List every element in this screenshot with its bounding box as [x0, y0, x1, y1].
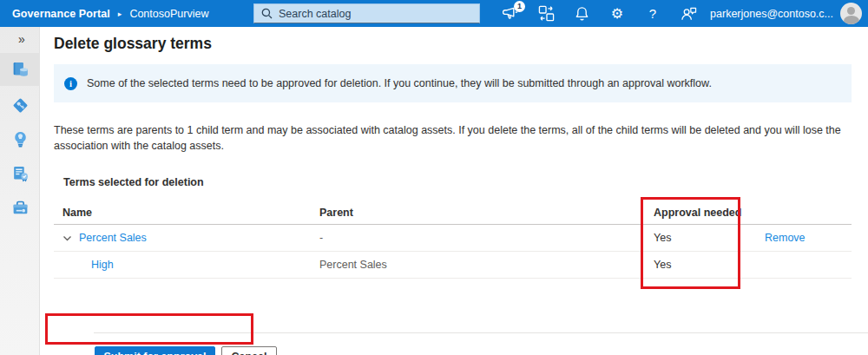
table-header-row: Name Parent Approval needed — [54, 201, 852, 225]
sidebar-item-insights[interactable] — [11, 130, 29, 148]
sidebar-item-data-policy[interactable] — [11, 165, 29, 182]
column-header-name[interactable]: Name — [54, 207, 319, 219]
sidebar-item-management[interactable] — [11, 199, 29, 216]
parent-cell: Percent Sales — [319, 259, 654, 271]
account-name[interactable]: ContosoPurview — [129, 8, 208, 20]
remove-link[interactable]: Remove — [765, 232, 806, 244]
search-input[interactable] — [279, 8, 472, 20]
chevron-down-icon[interactable] — [62, 233, 72, 243]
announcements-icon[interactable]: 1 — [502, 5, 519, 23]
term-link[interactable]: Percent Sales — [79, 232, 147, 244]
avatar[interactable] — [840, 3, 862, 24]
info-banner-text: Some of the selected terms need to be ap… — [87, 77, 712, 89]
help-icon[interactable]: ? — [644, 5, 661, 23]
info-banner: i Some of the selected terms need to be … — [54, 64, 852, 102]
avatar-person-icon — [847, 7, 855, 15]
approval-cell: Yes — [654, 259, 765, 271]
left-nav-rail: » — [0, 27, 40, 355]
breadcrumb-chevron-icon: ▸ — [118, 10, 122, 18]
portal-title[interactable]: Governance Portal — [12, 8, 110, 20]
policy-certificate-icon — [11, 165, 30, 183]
submit-for-approval-button[interactable]: Submit for approval — [95, 346, 215, 355]
section-label: Terms selected for deletion — [63, 176, 204, 188]
lightbulb-icon — [11, 130, 30, 148]
column-header-parent[interactable]: Parent — [319, 207, 654, 219]
parent-cell: - — [319, 232, 654, 244]
sidebar-item-data-catalog[interactable] — [11, 96, 29, 114]
expand-rail-icon[interactable]: » — [18, 32, 25, 46]
switcher-icon[interactable] — [537, 5, 555, 23]
search-icon — [261, 8, 273, 19]
terms-table: Name Parent Approval needed Percent Sale… — [54, 201, 852, 279]
column-header-approval[interactable]: Approval needed — [654, 207, 765, 219]
data-map-icon — [11, 61, 30, 79]
top-app-bar: Governance Portal ▸ ContosoPurview 1 — [0, 0, 868, 27]
cancel-button[interactable]: Cancel — [221, 346, 277, 355]
notification-badge: 1 — [514, 1, 525, 12]
page-title: Delete glossary terms — [54, 35, 212, 53]
settings-gear-icon[interactable]: ⚙ — [608, 5, 626, 23]
toolbox-icon — [11, 199, 30, 217]
notifications-bell-icon[interactable] — [573, 5, 590, 23]
info-icon: i — [64, 77, 77, 90]
sidebar-item-data-map[interactable] — [11, 61, 29, 78]
breadcrumb: Governance Portal ▸ ContosoPurview — [0, 8, 208, 20]
catalog-search-box[interactable] — [253, 3, 480, 23]
table-row: Percent Sales - Yes Remove — [54, 225, 852, 252]
table-row: High Percent Sales Yes — [54, 252, 852, 279]
term-link[interactable]: High — [91, 259, 114, 271]
main-panel: Delete glossary terms i Some of the sele… — [40, 27, 868, 355]
deletion-description: These terms are parents to 1 child term … — [54, 122, 848, 154]
approval-cell: Yes — [654, 232, 765, 244]
user-email[interactable]: parkerjones@contoso.c... — [710, 0, 833, 27]
footer-divider — [94, 332, 868, 333]
topbar-icon-group: 1 ⚙ ? — [502, 0, 697, 27]
data-catalog-icon — [11, 96, 30, 115]
feedback-icon[interactable] — [680, 5, 697, 23]
